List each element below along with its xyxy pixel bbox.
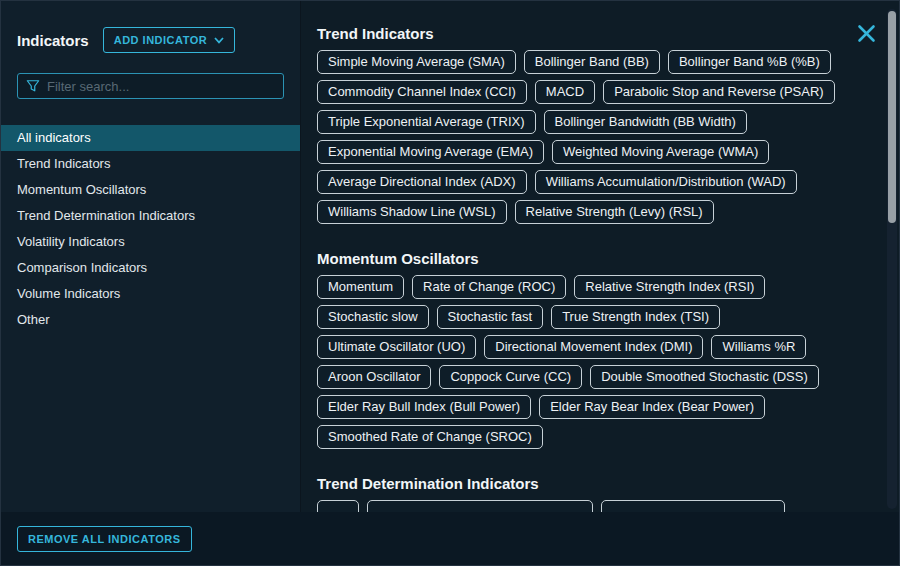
indicator-pill-true-strength-index-tsi[interactable]: True Strength Index (TSI) bbox=[551, 305, 720, 329]
sidebar-item-volatility-indicators[interactable]: Volatility Indicators bbox=[1, 229, 300, 255]
indicator-pill-macd[interactable]: MACD bbox=[535, 80, 595, 104]
sidebar-item-all-indicators[interactable]: All indicators bbox=[1, 125, 300, 151]
sidebar-item-volume-indicators[interactable]: Volume Indicators bbox=[1, 281, 300, 307]
sidebar: Indicators ADD INDICATOR All indicatorsT… bbox=[1, 1, 301, 514]
indicator-pill-stochastic-fast[interactable]: Stochastic fast bbox=[437, 305, 544, 329]
indicator-pill-bollinger-band-b-b[interactable]: Bollinger Band %B (%B) bbox=[668, 50, 831, 74]
indicator-pill-williams-shadow-line-wsl[interactable]: Williams Shadow Line (WSL) bbox=[317, 200, 507, 224]
sidebar-header: Indicators ADD INDICATOR bbox=[1, 1, 300, 53]
bottom-bar: REMOVE ALL INDICATORS bbox=[1, 512, 899, 565]
pill-row: Commodity Channel Index (CCI)MACDParabol… bbox=[317, 80, 873, 104]
close-icon bbox=[857, 24, 876, 43]
indicator-pill-elder-ray-bear-index-bear-power[interactable]: Elder Ray Bear Index (Bear Power) bbox=[539, 395, 765, 419]
sidebar-category-list: All indicatorsTrend IndicatorsMomentum O… bbox=[1, 125, 300, 333]
pill-row: Stochastic slowStochastic fastTrue Stren… bbox=[317, 305, 873, 329]
indicators-dialog: Indicators ADD INDICATOR All indicatorsT… bbox=[0, 0, 900, 566]
sidebar-item-trend-indicators[interactable]: Trend Indicators bbox=[1, 151, 300, 177]
pill-row: Elder Ray Bull Index (Bull Power)Elder R… bbox=[317, 395, 873, 419]
indicator-pill-relative-strength-index-rsi[interactable]: Relative Strength Index (RSI) bbox=[574, 275, 765, 299]
indicator-pill-parabolic-stop-and-reverse-psar[interactable]: Parabolic Stop and Reverse (PSAR) bbox=[603, 80, 835, 104]
section-title: Momentum Oscillators bbox=[317, 250, 873, 267]
indicator-pill-average-directional-index-adx[interactable]: Average Directional Index (ADX) bbox=[317, 170, 527, 194]
sidebar-item-other[interactable]: Other bbox=[1, 307, 300, 333]
filter-search-input[interactable] bbox=[47, 79, 275, 94]
indicator-pill-triple-exponential-average-trix[interactable]: Triple Exponential Average (TRIX) bbox=[317, 110, 536, 134]
add-indicator-label: ADD INDICATOR bbox=[114, 34, 207, 46]
pill-row: Williams Shadow Line (WSL)Relative Stren… bbox=[317, 200, 873, 224]
pill-row: Exponential Moving Average (EMA)Weighted… bbox=[317, 140, 873, 164]
sidebar-item-comparison-indicators[interactable]: Comparison Indicators bbox=[1, 255, 300, 281]
indicator-sections: Trend IndicatorsSimple Moving Average (S… bbox=[317, 25, 873, 514]
close-button[interactable] bbox=[854, 21, 878, 45]
indicator-pill-directional-movement-index-dmi[interactable]: Directional Movement Index (DMI) bbox=[484, 335, 703, 359]
indicator-pill-bollinger-bandwidth-bb-width[interactable]: Bollinger Bandwidth (BB Width) bbox=[544, 110, 747, 134]
scrollbar[interactable] bbox=[887, 9, 897, 509]
pill-row: Triple Exponential Average (TRIX)Bolling… bbox=[317, 110, 873, 134]
pill-row: Smoothed Rate of Change (SROC) bbox=[317, 425, 873, 449]
section-momentum-oscillators: Momentum OscillatorsMomentumRate of Chan… bbox=[317, 250, 873, 449]
section-trend-determination-indicators: Trend Determination Indicators bbox=[317, 475, 873, 514]
add-indicator-button[interactable]: ADD INDICATOR bbox=[103, 27, 235, 53]
indicator-pill-rate-of-change-roc[interactable]: Rate of Change (ROC) bbox=[412, 275, 566, 299]
scrollbar-thumb[interactable] bbox=[888, 11, 896, 223]
filter-icon bbox=[26, 79, 40, 93]
remove-all-indicators-button[interactable]: REMOVE ALL INDICATORS bbox=[17, 526, 192, 552]
indicator-pill-smoothed-rate-of-change-sroc[interactable]: Smoothed Rate of Change (SROC) bbox=[317, 425, 543, 449]
indicator-pill-exponential-moving-average-ema[interactable]: Exponential Moving Average (EMA) bbox=[317, 140, 544, 164]
pill-row: Simple Moving Average (SMA)Bollinger Ban… bbox=[317, 50, 873, 74]
indicator-pill-simple-moving-average-sma[interactable]: Simple Moving Average (SMA) bbox=[317, 50, 516, 74]
indicator-pill-bollinger-band-bb[interactable]: Bollinger Band (BB) bbox=[524, 50, 660, 74]
indicator-pill-double-smoothed-stochastic-dss[interactable]: Double Smoothed Stochastic (DSS) bbox=[590, 365, 819, 389]
indicator-list-panel: Trend IndicatorsSimple Moving Average (S… bbox=[301, 1, 899, 514]
indicator-pill-williams-accumulation-distribution-wad[interactable]: Williams Accumulation/Distribution (WAD) bbox=[535, 170, 797, 194]
filter-search bbox=[17, 73, 284, 99]
pill-row: MomentumRate of Change (ROC)Relative Str… bbox=[317, 275, 873, 299]
chevron-down-icon bbox=[214, 37, 224, 44]
indicator-pill-relative-strength-levy-rsl[interactable]: Relative Strength (Levy) (RSL) bbox=[515, 200, 714, 224]
sidebar-item-trend-determination-indicators[interactable]: Trend Determination Indicators bbox=[1, 203, 300, 229]
pill-row: Aroon OscillatorCoppock Curve (CC)Double… bbox=[317, 365, 873, 389]
indicator-pill-coppock-curve-cc[interactable]: Coppock Curve (CC) bbox=[439, 365, 582, 389]
indicator-pill-weighted-moving-average-wma[interactable]: Weighted Moving Average (WMA) bbox=[552, 140, 769, 164]
panel-title: Indicators bbox=[17, 32, 89, 49]
section-title: Trend Indicators bbox=[317, 25, 873, 42]
pill-row: Ultimate Oscillator (UO)Directional Move… bbox=[317, 335, 873, 359]
indicator-pill-elder-ray-bull-index-bull-power[interactable]: Elder Ray Bull Index (Bull Power) bbox=[317, 395, 531, 419]
indicator-pill-ultimate-oscillator-uo[interactable]: Ultimate Oscillator (UO) bbox=[317, 335, 476, 359]
indicator-pill-aroon-oscillator[interactable]: Aroon Oscillator bbox=[317, 365, 431, 389]
indicator-pill-stochastic-slow[interactable]: Stochastic slow bbox=[317, 305, 429, 329]
indicator-pill-commodity-channel-index-cci[interactable]: Commodity Channel Index (CCI) bbox=[317, 80, 527, 104]
indicator-pill-momentum[interactable]: Momentum bbox=[317, 275, 404, 299]
indicator-pill-williams-r[interactable]: Williams %R bbox=[711, 335, 806, 359]
section-trend-indicators: Trend IndicatorsSimple Moving Average (S… bbox=[317, 25, 873, 224]
pill-row: Average Directional Index (ADX)Williams … bbox=[317, 170, 873, 194]
section-title: Trend Determination Indicators bbox=[317, 475, 873, 492]
sidebar-item-momentum-oscillators[interactable]: Momentum Oscillators bbox=[1, 177, 300, 203]
